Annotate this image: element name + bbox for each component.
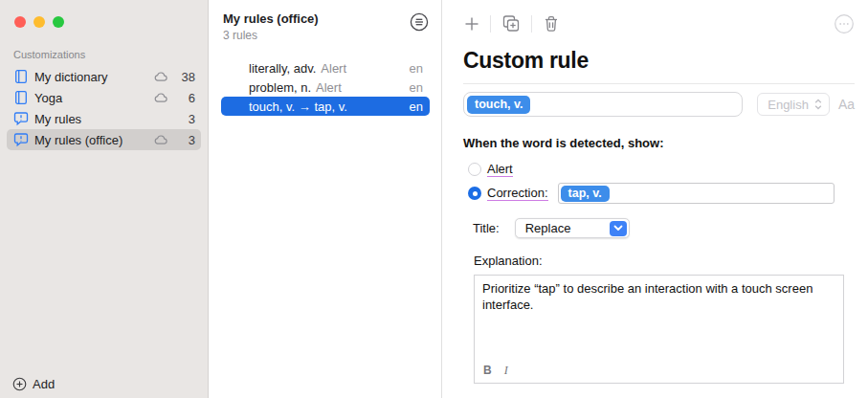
title-popup-button[interactable]: Replace	[515, 218, 630, 238]
sidebar-item-my-rules[interactable]: My rules 3	[7, 108, 201, 129]
book-icon	[13, 69, 29, 84]
explanation-text: Prioritize “tap” to describe an interact…	[475, 276, 843, 320]
rule-action: Alert	[321, 61, 346, 76]
text-format-button[interactable]: Aa	[838, 97, 855, 112]
duplicate-rule-button[interactable]	[501, 13, 522, 34]
correction-option-label[interactable]: Correction:	[487, 186, 548, 201]
alert-option-row: Alert	[463, 162, 855, 177]
trash-icon	[542, 14, 561, 33]
sidebar-item-label: My rules	[34, 112, 153, 126]
sidebar-item-my-rules-office[interactable]: My rules (office) 3	[7, 129, 201, 150]
correction-option-row: Correction: tap, v.	[463, 183, 855, 204]
title-popup-value: Replace	[525, 221, 571, 235]
rule-word: literally, adv.	[249, 61, 316, 76]
text-format-controls: B I	[483, 364, 508, 378]
zoom-window-button[interactable]	[53, 16, 64, 28]
add-customization-button[interactable]: Add	[12, 377, 55, 391]
more-options-button[interactable]	[834, 13, 855, 34]
explanation-label: Explanation:	[463, 254, 855, 268]
toolbar-separator	[490, 15, 491, 33]
rule-language: en	[410, 61, 423, 76]
circle-plus-icon	[12, 377, 27, 391]
item-count: 6	[176, 91, 195, 105]
item-count: 3	[176, 133, 195, 147]
rule-row-problem[interactable]: problem, n. Alert en	[221, 77, 430, 97]
ellipsis-circle-icon	[834, 13, 855, 34]
when-detected-label: When the word is detected, show:	[463, 136, 855, 150]
chevron-up-down-icon	[813, 98, 823, 111]
rules-bubble-icon	[13, 111, 29, 126]
minimize-window-button[interactable]	[33, 16, 45, 28]
sidebar-item-label: My rules (office)	[34, 133, 153, 147]
window-controls	[14, 16, 64, 28]
word-input[interactable]: touch, v.	[463, 92, 743, 117]
plus-icon	[463, 15, 480, 33]
title-row: Title: Replace	[463, 218, 855, 238]
add-rule-button[interactable]	[463, 15, 480, 33]
alert-option-label[interactable]: Alert	[487, 162, 513, 177]
correction-input[interactable]: tap, v.	[558, 183, 835, 204]
rule-language: en	[410, 100, 423, 114]
rule-row-literally[interactable]: literally, adv. Alert en	[221, 58, 430, 77]
cloud-sync-icon	[153, 90, 168, 105]
correction-radio[interactable]	[468, 187, 481, 200]
item-count: 38	[176, 70, 195, 84]
word-row: touch, v. English Aa	[463, 92, 855, 117]
alert-radio[interactable]	[468, 163, 481, 176]
sidebar-item-my-dictionary[interactable]: My dictionary 38	[7, 66, 201, 87]
word-token[interactable]: touch, v.	[467, 96, 530, 114]
language-popup[interactable]: English	[757, 93, 830, 116]
detail-toolbar	[463, 12, 855, 35]
rule-detail-panel: Custom rule touch, v. English Aa When th…	[443, 0, 868, 398]
sidebar: Customizations My dictionary 38 Yoga	[0, 0, 209, 398]
rule-action: Alert	[316, 80, 342, 95]
rule-language: en	[410, 80, 423, 95]
correction-token[interactable]: tap, v.	[561, 186, 610, 202]
chevron-down-icon	[610, 221, 627, 236]
filter-icon	[409, 11, 430, 33]
rule-rows: literally, adv. Alert en problem, n. Ale…	[221, 58, 430, 116]
app-window: Customizations My dictionary 38 Yoga	[0, 0, 868, 398]
italic-button[interactable]: I	[504, 364, 508, 378]
language-value: English	[768, 98, 809, 112]
filter-button[interactable]	[409, 11, 430, 33]
sidebar-item-yoga[interactable]: Yoga 6	[7, 87, 201, 108]
title-label: Title:	[473, 221, 500, 235]
sidebar-section-title: Customizations	[13, 49, 85, 60]
add-button-label: Add	[33, 377, 55, 391]
detail-title: Custom rule	[463, 48, 855, 74]
sidebar-items: My dictionary 38 Yoga 6	[7, 66, 201, 150]
rule-list-panel: My rules (office) 3 rules literally, adv…	[210, 0, 442, 398]
divider	[463, 83, 855, 84]
bold-button[interactable]: B	[483, 364, 492, 378]
book-icon	[13, 90, 29, 105]
rule-list-title: My rules (office)	[223, 11, 319, 26]
item-count: 3	[176, 112, 195, 126]
rule-list-header: My rules (office) 3 rules	[210, 0, 441, 42]
rules-bubble-icon	[13, 132, 29, 147]
rule-list-subtitle: 3 rules	[223, 29, 319, 42]
cloud-sync-icon	[153, 132, 168, 147]
rule-word: problem, n.	[249, 80, 311, 95]
toolbar-separator	[531, 15, 532, 33]
close-window-button[interactable]	[14, 16, 26, 28]
rule-word: touch, v. → tap, v.	[249, 100, 347, 114]
delete-rule-button[interactable]	[542, 14, 561, 33]
explanation-textarea[interactable]: Prioritize “tap” to describe an interact…	[474, 275, 844, 384]
rule-row-touch-selected[interactable]: touch, v. → tap, v. en	[221, 97, 430, 116]
duplicate-icon	[501, 13, 522, 34]
sidebar-item-label: My dictionary	[34, 70, 153, 84]
sidebar-item-label: Yoga	[34, 91, 153, 105]
cloud-sync-icon	[153, 69, 168, 84]
